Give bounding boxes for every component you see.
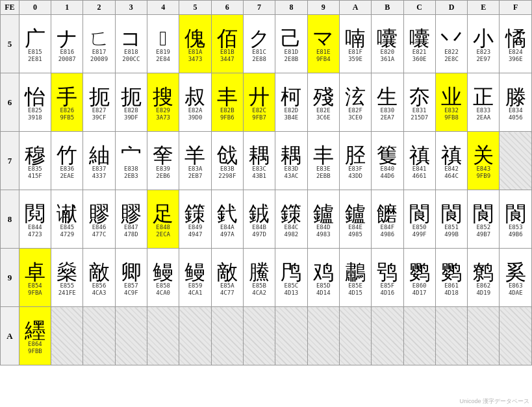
cell-7-12[interactable]: 禛E8414661: [403, 132, 435, 190]
cell-A-0[interactable]: 纆E8649FBB: [19, 307, 51, 365]
cell-8-6[interactable]: 釴E84A497A: [211, 190, 243, 249]
cell-A-14[interactable]: [468, 307, 500, 365]
cell-7-13[interactable]: 禛E842464C: [435, 132, 467, 190]
cell-5-3[interactable]: コE818200CC: [115, 15, 147, 73]
cell-7-2[interactable]: 紬E8374337: [83, 132, 115, 190]
cell-5-15[interactable]: 憰E824396E: [500, 15, 532, 73]
cell-7-11[interactable]: 篗E84044D6: [372, 132, 403, 190]
cell-7-4[interactable]: 羍E8392EB6: [147, 132, 179, 190]
cell-6-13[interactable]: 业E8329FB8: [435, 73, 467, 132]
cell-8-15[interactable]: 閬E85349B6: [500, 190, 532, 249]
cell-A-3[interactable]: [115, 307, 147, 365]
cell-5-10[interactable]: 喃E81F359E: [339, 15, 371, 73]
cell-7-3[interactable]: 宀E8382EB3: [115, 132, 147, 190]
cell-8-1[interactable]: 谳E8454729: [51, 190, 83, 249]
cell-8-14[interactable]: 閬E85249B7: [468, 190, 500, 249]
cell-9-11[interactable]: 鸮E85F4D16: [372, 249, 403, 307]
cell-6-11[interactable]: 生E8302EA7: [372, 73, 403, 132]
cell-9-9[interactable]: 鸡E85D4D14: [307, 249, 339, 307]
cell-5-4[interactable]: 𠆤E8192E84: [147, 15, 179, 73]
cell-5-7[interactable]: クE81C2E88: [243, 15, 275, 73]
cell-A-8[interactable]: [275, 307, 307, 365]
cell-8-12[interactable]: 閬E850499F: [403, 190, 435, 249]
cell-6-4[interactable]: 搜E8293A73: [147, 73, 179, 132]
cell-5-0[interactable]: 广E8152E81: [19, 15, 51, 73]
cell-6-7[interactable]: 廾E82C9FB7: [243, 73, 275, 132]
cell-A-9[interactable]: [307, 307, 339, 365]
cell-7-0[interactable]: 穆E835415F: [19, 132, 51, 190]
cell-8-2[interactable]: 賿E846477C: [83, 190, 115, 249]
cell-6-8[interactable]: 柯E82D3B4E: [275, 73, 307, 132]
cell-5-6[interactable]: 佰E81B3447: [211, 15, 243, 73]
cell-A-15[interactable]: [500, 307, 532, 365]
cell-9-0[interactable]: 卓E8549FBA: [19, 249, 51, 307]
cell-7-10[interactable]: 胫E83F43DD: [339, 132, 371, 190]
cell-9-12[interactable]: 鹦E8604D17: [403, 249, 435, 307]
cell-9-7[interactable]: 鰧E85B4CA2: [243, 249, 275, 307]
cell-8-13[interactable]: 閬E851499B: [435, 190, 467, 249]
cell-9-8[interactable]: 鸤E85C4D13: [275, 249, 307, 307]
code-primary: E83F: [348, 166, 362, 173]
cell-5-11[interactable]: 囔E820361A: [372, 15, 403, 73]
cell-8-8[interactable]: 鏼E84C4982: [275, 190, 307, 249]
cell-6-9[interactable]: 殘E82E3C6E: [307, 73, 339, 132]
cell-7-5[interactable]: 羊E83A2EB7: [179, 132, 211, 190]
cell-A-5[interactable]: [179, 307, 211, 365]
cell-A-2[interactable]: [83, 307, 115, 365]
cell-9-13[interactable]: 鹦E8614D18: [435, 249, 467, 307]
cell-6-12[interactable]: 夵E831215D7: [403, 73, 435, 132]
cell-6-14[interactable]: 正E8332EAA: [468, 73, 500, 132]
cell-9-1[interactable]: 燊E855241FE: [51, 249, 83, 307]
cell-9-10[interactable]: 鷫E85E4D15: [339, 249, 371, 307]
cell-5-1[interactable]: ナE81620087: [51, 15, 83, 73]
cell-5-2[interactable]: ㄈE81720089: [83, 15, 115, 73]
cell-7-8[interactable]: 耦E83D43AC: [275, 132, 307, 190]
cell-8-5[interactable]: 鏼E8494947: [179, 190, 211, 249]
cell-9-15[interactable]: 奚E8634DAE: [500, 249, 532, 307]
cell-7-1[interactable]: 竹E8362EAE: [51, 132, 83, 190]
cell-6-3[interactable]: 扼E82839DF: [115, 73, 147, 132]
cell-5-12[interactable]: 囔E821360E: [403, 15, 435, 73]
cell-A-1[interactable]: [51, 307, 83, 365]
cell-A-6[interactable]: [211, 307, 243, 365]
cell-A-11[interactable]: [372, 307, 403, 365]
cell-9-4[interactable]: 鳗E8584CA0: [147, 249, 179, 307]
cell-8-4[interactable]: 足E8482ECA: [147, 190, 179, 249]
cell-9-5[interactable]: 鳗E8594CA1: [179, 249, 211, 307]
cell-5-14[interactable]: 小E8232E97: [468, 15, 500, 73]
cell-9-2[interactable]: 敵E8564CA3: [83, 249, 115, 307]
cell-5-9[interactable]: マE81E9FB4: [307, 15, 339, 73]
cell-8-10[interactable]: 鑪E84E4985: [339, 190, 371, 249]
cell-9-3[interactable]: 卿E8574C9F: [115, 249, 147, 307]
cell-8-9[interactable]: 鑪E84D4983: [307, 190, 339, 249]
cell-5-13[interactable]: 丷E8222E8C: [435, 15, 467, 73]
cell-7-6[interactable]: 戗E83B2298F: [211, 132, 243, 190]
cell-5-8[interactable]: 己E81D2E8B: [275, 15, 307, 73]
code-primary: E850: [412, 224, 427, 231]
cell-7-14[interactable]: 关E8439FB9: [468, 132, 500, 190]
cell-6-2[interactable]: 扼E82739CF: [83, 73, 115, 132]
cell-9-14[interactable]: 鹩E8624D19: [468, 249, 500, 307]
cell-6-10[interactable]: 泫E82F3CE0: [339, 73, 371, 132]
cell-A-7[interactable]: [243, 307, 275, 365]
cell-8-0[interactable]: 䦧E8444723: [19, 190, 51, 249]
cell-6-0[interactable]: 怡E8253918: [19, 73, 51, 132]
cell-7-15[interactable]: [500, 132, 532, 190]
cell-6-1[interactable]: 手E8269FB5: [51, 73, 83, 132]
cell-A-10[interactable]: [339, 307, 371, 365]
cell-A-4[interactable]: [147, 307, 179, 365]
cell-8-11[interactable]: 饝E84F4986: [372, 190, 403, 249]
cell-6-15[interactable]: 滕E8344056: [500, 73, 532, 132]
cell-7-7[interactable]: 耦E83C43B1: [243, 132, 275, 190]
cell-A-12[interactable]: [403, 307, 435, 365]
cell-7-9[interactable]: 丰E83E2EBB: [307, 132, 339, 190]
cell-A-13[interactable]: [435, 307, 467, 365]
cell-6-6[interactable]: 丰E82B9FB6: [211, 73, 243, 132]
cell-8-7[interactable]: 銊E84B497D: [243, 190, 275, 249]
code-secondary: 478D: [124, 231, 138, 238]
cell-5-5[interactable]: 傀E81A3473: [179, 15, 211, 73]
cell-8-3[interactable]: 賿E847478D: [115, 190, 147, 249]
cell-9-6[interactable]: 敵E85A4C77: [211, 249, 243, 307]
cell-6-5[interactable]: 叔E82A39D0: [179, 73, 211, 132]
code-primary: E829: [156, 107, 170, 114]
